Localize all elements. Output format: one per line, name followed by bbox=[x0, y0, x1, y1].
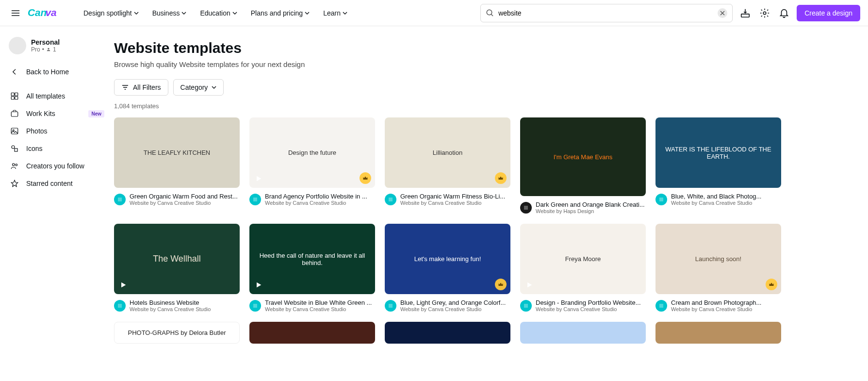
template-thumbnail[interactable]: Design the future bbox=[249, 117, 375, 188]
video-badge bbox=[118, 280, 129, 290]
chevron-down-icon bbox=[343, 11, 347, 16]
template-thumbnail[interactable]: Lillianotion bbox=[385, 117, 510, 188]
author-avatar[interactable] bbox=[520, 202, 532, 214]
template-title[interactable]: Brand Agency Portfolio Website in ... bbox=[265, 193, 367, 200]
template-card[interactable]: THE LEAFLY KITCHENGreen Organic Warm Foo… bbox=[114, 117, 240, 214]
template-card[interactable]: Heed the call of nature and leave it all… bbox=[249, 224, 375, 312]
template-thumbnail[interactable]: Heed the call of nature and leave it all… bbox=[249, 224, 375, 294]
video-badge bbox=[253, 280, 264, 290]
download-icon-button[interactable] bbox=[738, 6, 752, 20]
author-avatar[interactable] bbox=[114, 300, 126, 312]
template-author[interactable]: Website by Canva Creative Studio bbox=[400, 200, 505, 206]
people-icon bbox=[10, 161, 19, 171]
card-meta: Hotels Business WebsiteWebsite by Canva … bbox=[114, 299, 240, 312]
nav-education[interactable]: Education bbox=[200, 9, 237, 17]
template-card[interactable]: Let's make learning fun!Blue, Light Grey… bbox=[385, 224, 510, 312]
template-title[interactable]: Travel Website in Blue White Green ... bbox=[265, 299, 372, 306]
template-card[interactable]: I'm Greta Mae EvansDark Green and Orange… bbox=[520, 117, 646, 214]
template-thumbnail[interactable]: Freya Moore bbox=[520, 224, 646, 294]
thumbnail-preview-text: Let's make learning fun! bbox=[410, 251, 485, 266]
template-thumbnail[interactable] bbox=[520, 322, 646, 344]
template-card[interactable]: WATER IS THE LIFEBLOOD OF THE EARTH.Blue… bbox=[655, 117, 781, 214]
template-card[interactable]: Design the futureBrand Agency Portfolio … bbox=[249, 117, 375, 214]
template-title[interactable]: Design - Branding Portfolio Website... bbox=[536, 299, 641, 306]
settings-icon-button[interactable] bbox=[758, 6, 771, 20]
author-avatar[interactable] bbox=[114, 194, 126, 205]
template-thumbnail[interactable]: THE LEAFLY KITCHEN bbox=[114, 117, 240, 188]
template-card[interactable]: The WellhallHotels Business WebsiteWebsi… bbox=[114, 224, 240, 312]
template-title[interactable]: Blue, White, and Black Photog... bbox=[671, 193, 761, 200]
template-card[interactable]: LillianotionGreen Organic Warm Fitness B… bbox=[385, 117, 510, 214]
template-thumbnail[interactable] bbox=[655, 322, 781, 344]
sidebar-item-starred[interactable]: Starred content bbox=[5, 175, 109, 192]
notifications-icon-button[interactable] bbox=[777, 6, 791, 20]
nav-design-spotlight[interactable]: Design spotlight bbox=[83, 9, 139, 17]
template-card[interactable]: PHOTO-GRAPHS by Delora Butler bbox=[114, 322, 240, 344]
nav-learn[interactable]: Learn bbox=[323, 9, 347, 17]
sidebar-item-creators[interactable]: Creators you follow bbox=[5, 157, 109, 175]
template-card[interactable] bbox=[520, 322, 646, 344]
template-author[interactable]: Website by Canva Creative Studio bbox=[671, 306, 761, 312]
template-title[interactable]: Dark Green and Orange Blank Creati... bbox=[536, 201, 645, 208]
sidebar-item-photos[interactable]: Photos bbox=[5, 122, 109, 140]
template-author[interactable]: Website by Canva Creative Studio bbox=[400, 306, 506, 312]
all-filters-button[interactable]: All Filters bbox=[114, 79, 168, 96]
category-filter-button[interactable]: Category bbox=[173, 79, 224, 96]
template-thumbnail[interactable]: PHOTO-GRAPHS by Delora Butler bbox=[114, 322, 240, 344]
nav-business[interactable]: Business bbox=[152, 9, 187, 17]
hamburger-menu-button[interactable] bbox=[8, 5, 23, 21]
svg-rect-6 bbox=[11, 93, 14, 96]
template-thumbnail[interactable] bbox=[249, 322, 375, 344]
clear-search-button[interactable] bbox=[718, 8, 727, 18]
template-author[interactable]: Website by Canva Creative Studio bbox=[265, 200, 367, 206]
template-card[interactable]: Freya MooreDesign - Branding Portfolio W… bbox=[520, 224, 646, 312]
author-avatar[interactable] bbox=[249, 300, 261, 312]
template-thumbnail[interactable]: I'm Greta Mae Evans bbox=[520, 117, 646, 196]
nav-plans-and-pricing[interactable]: Plans and pricing bbox=[251, 9, 310, 17]
card-meta: Blue, Light Grey, and Orange Colorf...We… bbox=[385, 299, 510, 312]
profile-block[interactable]: Personal Pro • 1 bbox=[5, 34, 109, 63]
template-author[interactable]: Website by Haps Design bbox=[536, 208, 645, 214]
template-card[interactable] bbox=[385, 322, 510, 344]
sidebar-item-label: Starred content bbox=[26, 180, 73, 187]
video-badge bbox=[524, 280, 535, 290]
back-to-home-link[interactable]: Back to Home bbox=[5, 63, 109, 81]
template-title[interactable]: Green Organic Warm Food and Rest... bbox=[130, 193, 238, 200]
thumbnail-preview-text bbox=[715, 329, 722, 337]
author-avatar[interactable] bbox=[385, 194, 396, 205]
template-author[interactable]: Website by Canva Creative Studio bbox=[671, 200, 761, 206]
template-title[interactable]: Cream and Brown Photograph... bbox=[671, 299, 761, 306]
author-avatar[interactable] bbox=[655, 300, 667, 312]
template-card[interactable]: Launching soon!Cream and Brown Photograp… bbox=[655, 224, 781, 312]
sidebar-item-work-kits[interactable]: Work Kits New bbox=[5, 105, 109, 122]
create-design-button[interactable]: Create a design bbox=[797, 5, 860, 21]
svg-point-5 bbox=[48, 48, 49, 50]
author-avatar[interactable] bbox=[385, 300, 396, 312]
template-author[interactable]: Website by Canva Creative Studio bbox=[130, 200, 238, 206]
template-title[interactable]: Green Organic Warm Fitness Bio-Li... bbox=[400, 193, 505, 200]
chevron-down-icon bbox=[232, 11, 237, 16]
template-card[interactable] bbox=[655, 322, 781, 344]
template-card[interactable] bbox=[249, 322, 375, 344]
page-title: Website templates bbox=[114, 40, 868, 56]
template-thumbnail[interactable]: Let's make learning fun! bbox=[385, 224, 510, 294]
sidebar-item-label: Photos bbox=[26, 127, 48, 135]
search-input[interactable] bbox=[498, 9, 714, 17]
template-title[interactable]: Hotels Business Website bbox=[130, 299, 211, 306]
template-thumbnail[interactable]: The Wellhall bbox=[114, 224, 240, 294]
search-box[interactable] bbox=[480, 4, 733, 22]
canva-logo[interactable]: Canva bbox=[27, 7, 66, 19]
author-avatar[interactable] bbox=[655, 194, 667, 205]
template-thumbnail[interactable]: WATER IS THE LIFEBLOOD OF THE EARTH. bbox=[655, 117, 781, 188]
template-title[interactable]: Blue, Light Grey, and Orange Colorf... bbox=[400, 299, 506, 306]
sidebar-item-icons[interactable]: Icons bbox=[5, 140, 109, 157]
template-author[interactable]: Website by Canva Creative Studio bbox=[265, 306, 372, 312]
template-thumbnail[interactable] bbox=[385, 322, 510, 344]
template-author[interactable]: Website by Canva Creative Studio bbox=[130, 306, 211, 312]
crown-icon bbox=[498, 175, 504, 181]
author-avatar[interactable] bbox=[520, 300, 532, 312]
template-author[interactable]: Website by Canva Creative Studio bbox=[536, 306, 641, 312]
sidebar-item-all-templates[interactable]: All templates bbox=[5, 87, 109, 105]
template-thumbnail[interactable]: Launching soon! bbox=[655, 224, 781, 294]
author-avatar[interactable] bbox=[249, 194, 261, 205]
